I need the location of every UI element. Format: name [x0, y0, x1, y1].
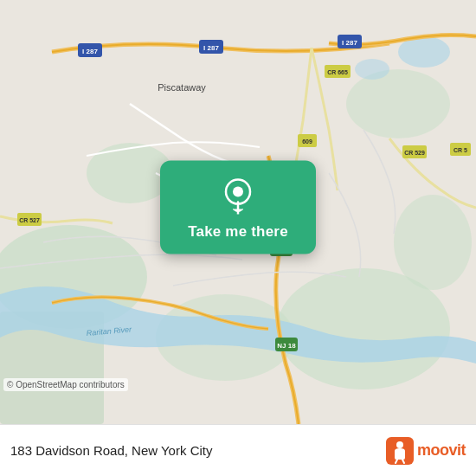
svg-text:I 287: I 287	[82, 48, 98, 55]
svg-point-5	[346, 69, 450, 138]
navigate-overlay-card[interactable]: Take me there	[160, 161, 316, 254]
take-me-there-button[interactable]: Take me there	[188, 223, 288, 241]
svg-text:CR 529: CR 529	[404, 150, 425, 156]
osm-attribution: © OpenStreetMap contributors	[3, 378, 128, 391]
svg-text:Piscataway: Piscataway	[158, 82, 206, 93]
svg-point-10	[355, 59, 389, 80]
location-pin-icon	[219, 177, 257, 215]
address-label: 183 Davidson Road, New York City	[10, 443, 386, 458]
svg-text:609: 609	[302, 138, 312, 145]
svg-text:I 287: I 287	[203, 44, 219, 52]
svg-point-6	[394, 195, 472, 290]
moovit-brand-label: moovit	[417, 441, 466, 460]
svg-point-35	[396, 441, 403, 448]
footer: 183 Davidson Road, New York City moovit	[0, 424, 476, 476]
svg-text:CR 527: CR 527	[19, 217, 40, 223]
svg-text:I 287: I 287	[342, 39, 357, 47]
svg-text:NJ 18: NJ 18	[277, 342, 296, 350]
svg-text:CR 5: CR 5	[453, 147, 467, 153]
svg-point-33	[233, 187, 243, 197]
moovit-logo: moovit	[386, 437, 466, 465]
map-container: Raritan River I 287 I 287 I 287 NJ 18 NJ…	[0, 0, 476, 424]
svg-text:CR 665: CR 665	[327, 69, 348, 75]
moovit-brand-icon	[386, 437, 414, 465]
